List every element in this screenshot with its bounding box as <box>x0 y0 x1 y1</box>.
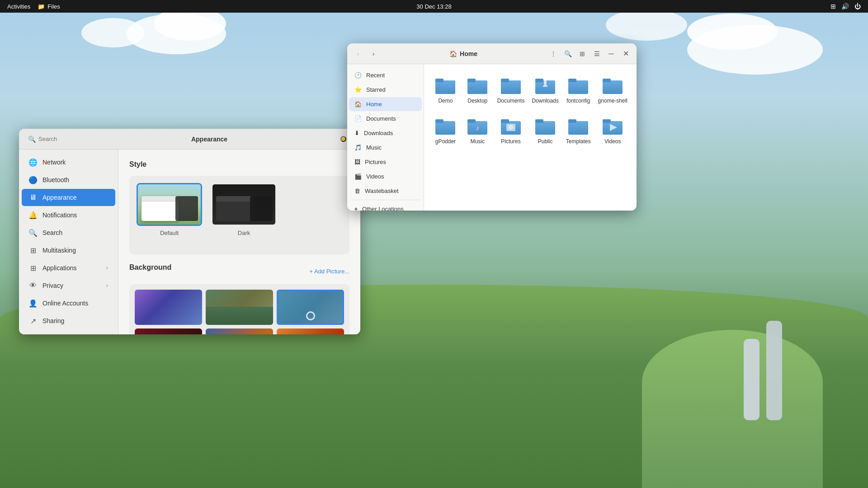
sidebar-label: Recent <box>366 72 385 79</box>
files-sidebar-recent[interactable]: 🕐 Recent <box>349 68 422 82</box>
folder-downloads[interactable]: Downloads <box>530 71 560 108</box>
folder-icon <box>567 75 589 95</box>
svg-rect-15 <box>603 80 623 94</box>
app-name: Files <box>47 3 60 10</box>
files-sidebar-music[interactable]: 🎵 Music <box>349 141 422 155</box>
svg-rect-13 <box>568 80 588 94</box>
files-sidebar-downloads[interactable]: ⬇ Downloads <box>349 126 422 140</box>
sidebar-item-privacy[interactable]: 👁 Privacy › <box>22 277 115 294</box>
folder-music[interactable]: ♪ Music <box>463 112 492 149</box>
folder-music-icon: ♪ <box>467 116 488 136</box>
folder-documents[interactable]: Documents <box>495 71 527 108</box>
sidebar-item-appearance[interactable]: 🖥 Appearance <box>22 189 115 206</box>
network-status-icon[interactable]: ⊞ <box>830 3 836 10</box>
forward-button[interactable]: › <box>367 47 380 60</box>
folder-fontconfig[interactable]: fontconfig <box>564 71 593 108</box>
folder-icon <box>434 116 456 136</box>
sidebar-item-online-accounts[interactable]: 👤 Online Accounts <box>22 295 115 312</box>
folder-gpodder[interactable]: gPodder <box>431 112 460 149</box>
settings-search-area: 🔍 <box>24 136 78 143</box>
folder-public[interactable]: Public <box>530 112 560 149</box>
files-sidebar-starred[interactable]: ⭐ Starred <box>349 83 422 97</box>
background-thumb-5[interactable] <box>206 328 273 334</box>
topbar: Activities 📁 Files 30 Dec 13:28 ⊞ 🔊 ⏻ <box>0 0 868 13</box>
activities-button[interactable]: Activities <box>7 3 30 10</box>
sidebar-item-multitasking[interactable]: ⊞ Multitasking <box>22 242 115 259</box>
sidebar-item-label: Online Accounts <box>42 300 88 307</box>
sidebar-item-label: Appearance <box>42 194 77 201</box>
svg-point-25 <box>509 126 513 129</box>
settings-titlebar: 🔍 Appearance <box>19 129 360 150</box>
files-sidebar-videos[interactable]: 🎬 Videos <box>349 169 422 183</box>
sidebar-label: Home <box>366 101 382 108</box>
background-thumb-3[interactable] <box>277 290 344 325</box>
background-thumb-4[interactable] <box>135 328 202 334</box>
network-icon: 🌐 <box>29 158 37 166</box>
folder-label: Pictures <box>501 138 520 145</box>
folder-icon <box>434 75 456 95</box>
sidebar-item-notifications[interactable]: 🔔 Notifications <box>22 206 115 224</box>
folder-gnome-shell[interactable]: gnome-shell <box>596 71 629 108</box>
view-grid-button[interactable]: ⊞ <box>576 47 589 60</box>
files-sidebar-other-locations[interactable]: + Other Locations <box>349 202 422 211</box>
folder-label: Videos <box>604 138 621 145</box>
search-button[interactable]: 🔍 <box>561 47 574 60</box>
sidebar-item-label: Privacy <box>42 282 63 289</box>
sidebar-item-network[interactable]: 🌐 Network <box>22 154 115 171</box>
files-sidebar-documents[interactable]: 📄 Documents <box>349 112 422 126</box>
close-window-button[interactable]: ✕ <box>619 47 632 60</box>
style-option-default[interactable]: Default <box>137 183 202 236</box>
volume-icon[interactable]: 🔊 <box>841 3 849 10</box>
menu-button[interactable]: ⋮ <box>547 47 560 60</box>
svg-rect-18 <box>435 119 443 123</box>
folder-desktop[interactable]: Desktop <box>463 71 492 108</box>
folder-templates[interactable]: Templates <box>564 112 593 149</box>
sidebar-item-sound[interactable]: 🔊 Sound <box>22 330 115 334</box>
minimize-button[interactable] <box>340 136 346 142</box>
style-option-dark[interactable]: Dark <box>211 183 277 236</box>
style-default-preview <box>137 183 202 226</box>
bluetooth-icon: 🔵 <box>29 176 37 184</box>
settings-search-input[interactable] <box>38 136 75 142</box>
folder-label: Public <box>538 138 553 145</box>
svg-rect-14 <box>568 79 576 82</box>
online-accounts-icon: 👤 <box>29 299 37 307</box>
folder-pictures-icon <box>500 116 522 136</box>
files-window: ‹ › 🏠 Home ⋮ 🔍 ⊞ ☰ ─ ✕ 🕐 Recent ⭐ Starre… <box>347 43 637 211</box>
topbar-app-indicator[interactable]: 📁 Files <box>38 3 60 10</box>
sidebar-item-bluetooth[interactable]: 🔵 Bluetooth <box>22 171 115 188</box>
files-content: Demo Deskto <box>424 64 637 211</box>
svg-rect-31 <box>603 119 611 123</box>
sidebar-item-sharing[interactable]: ↗ Sharing <box>22 312 115 329</box>
files-sidebar-pictures[interactable]: 🖼 Pictures <box>349 155 422 169</box>
background-thumb-2[interactable] <box>206 290 273 325</box>
svg-rect-10 <box>535 79 543 82</box>
view-list-button[interactable]: ☰ <box>590 47 603 60</box>
folder-pictures[interactable]: Pictures <box>495 112 527 149</box>
svg-rect-29 <box>568 119 576 123</box>
background-thumb-1[interactable] <box>135 290 202 325</box>
power-icon[interactable]: ⏻ <box>854 3 861 10</box>
folder-label: Downloads <box>532 98 558 105</box>
music-icon: 🎵 <box>354 144 362 151</box>
folder-demo[interactable]: Demo <box>431 71 460 108</box>
downloads-icon: ⬇ <box>354 130 359 136</box>
add-picture-button[interactable]: + Add Picture... <box>309 268 349 275</box>
files-sidebar-wastebasket[interactable]: 🗑 Wastebasket <box>349 184 422 198</box>
svg-rect-20 <box>467 119 476 123</box>
sidebar-item-label: Search <box>42 229 62 236</box>
sidebar-label: Documents <box>366 115 396 122</box>
background-thumb-6[interactable] <box>277 328 344 334</box>
background-section-title: Background <box>129 263 171 272</box>
style-default-label: Default <box>160 230 179 236</box>
sidebar-item-search[interactable]: 🔍 Search <box>22 224 115 241</box>
back-button[interactable]: ‹ <box>352 47 364 60</box>
files-sidebar-home[interactable]: 🏠 Home <box>349 97 422 111</box>
sidebar-label: Videos <box>366 173 384 180</box>
folder-icon <box>567 116 589 136</box>
folder-videos-icon <box>602 116 623 136</box>
minimize-window-button[interactable]: ─ <box>605 47 618 60</box>
wastebasket-icon: 🗑 <box>354 188 360 194</box>
sidebar-item-applications[interactable]: ⊞ Applications › <box>22 259 115 277</box>
folder-videos[interactable]: Videos <box>596 112 629 149</box>
